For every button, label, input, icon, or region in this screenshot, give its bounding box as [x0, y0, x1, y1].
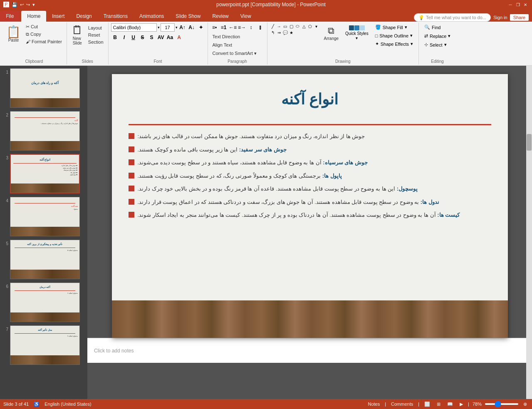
arrange-button[interactable]: ⧉ Arrange	[321, 23, 342, 43]
tab-review[interactable]: Review	[206, 11, 234, 22]
font-case-button[interactable]: Aa	[166, 33, 174, 42]
font-size-input[interactable]	[161, 23, 175, 32]
tab-home[interactable]: Home	[21, 11, 46, 22]
quick-access-save[interactable]: 💾	[12, 2, 17, 7]
copy-button[interactable]: ⧉ Copy	[24, 31, 64, 38]
slide-thumb-7[interactable]: 7 مدل تأثیر آکنه محتوای اسلاید ۷	[2, 325, 86, 366]
font-color-button[interactable]: A	[175, 33, 183, 42]
slide-scroll[interactable]: انواع آکنه جوش ها از نظر اندازه، رنگ و م…	[87, 66, 532, 407]
line-spacing-button[interactable]: ↕	[247, 23, 255, 32]
italic-button[interactable]: I	[120, 33, 129, 42]
charspace-button[interactable]: AV	[157, 33, 165, 42]
shape-star[interactable]: ★	[289, 30, 294, 35]
tab-insert[interactable]: Insert	[46, 11, 70, 22]
layout-button[interactable]: Layout	[86, 25, 106, 31]
underline-button[interactable]: U	[129, 33, 138, 42]
shape-more[interactable]: ▾	[314, 23, 319, 29]
select-button[interactable]: ⊹ Select ▾	[421, 41, 453, 49]
bold-button[interactable]: B	[111, 33, 119, 42]
shape-arrow[interactable]: →	[276, 23, 282, 29]
quick-styles-button[interactable]: Quick Styles ▾	[343, 23, 371, 42]
restore-button[interactable]: ❐	[515, 2, 521, 7]
find-button[interactable]: 🔍 Find	[421, 23, 453, 31]
slide-thumb-6[interactable]: 6 آکنه درمان محتوای اسلاید ۶	[2, 282, 86, 323]
paste-button[interactable]: 📋 Paste	[4, 25, 23, 44]
shape-triangle[interactable]: △	[301, 23, 307, 29]
shape-block-arr[interactable]: ⇒	[276, 30, 282, 35]
notes-area[interactable]: Click to add notes	[87, 338, 532, 363]
reading-view-button[interactable]: 📖	[445, 401, 455, 407]
shape-oval[interactable]: ⬭	[295, 23, 301, 29]
bullets-button[interactable]: ≡•	[210, 23, 219, 32]
select-dropdown[interactable]: ▾	[444, 42, 447, 47]
tab-view[interactable]: View	[235, 11, 257, 22]
tab-animations[interactable]: Animations	[134, 11, 170, 22]
minimize-button[interactable]: ─	[507, 2, 514, 7]
vertical-scrollbar[interactable]	[526, 66, 532, 407]
quick-access-redo[interactable]: ↪	[26, 2, 30, 7]
tab-transitions[interactable]: Transitions	[98, 11, 134, 22]
normal-view-button[interactable]: ⬜	[423, 401, 432, 407]
section-button[interactable]: Section	[86, 39, 106, 45]
tab-slideshow[interactable]: Slide Show	[170, 11, 206, 22]
slide-thumb-3[interactable]: 3 انواع آکنه ■ جوش ها از نظر اندازه■ جوش…	[2, 153, 86, 194]
shape-outline-button[interactable]: □ Shape Outline ▾	[372, 32, 416, 40]
clear-format-button[interactable]: ✦	[197, 23, 205, 32]
slide-thumb-2[interactable]: 2 آکنه جوش‌ها از نظر اندازه، رنگ و میزان…	[2, 110, 86, 151]
font-size-dropdown[interactable]: ▾	[176, 25, 178, 30]
slideshow-button[interactable]: ▶	[458, 401, 465, 407]
align-text-button[interactable]: Align Text	[210, 42, 235, 48]
zoom-slider[interactable]	[485, 403, 518, 405]
font-name-dropdown[interactable]: ▾	[158, 25, 160, 30]
columns-button[interactable]: ⫿	[256, 23, 265, 32]
decrease-font-button[interactable]: A↓	[188, 23, 196, 32]
replace-dropdown[interactable]: ▾	[448, 33, 450, 39]
comments-button[interactable]: Comments	[389, 401, 415, 407]
font-name-input[interactable]	[111, 23, 157, 32]
shape-callout[interactable]: 💬	[282, 30, 288, 35]
cut-button[interactable]: ✂ Cut	[24, 23, 64, 30]
increase-font-button[interactable]: A↑	[178, 23, 187, 32]
shape-pentagon[interactable]: ⬠	[307, 23, 313, 29]
slide-thumb-4[interactable]: 4 ضد آکنه محتوا...	[2, 196, 86, 237]
paragraph-group: ≡• ≡1 ←≡ ≡→ ↕ ⫿ Text Direction Align Tex…	[208, 22, 267, 64]
format-painter-button[interactable]: 🖌 Format Painter	[24, 38, 64, 45]
quick-access-undo[interactable]: ↩	[20, 2, 24, 7]
reset-button[interactable]: Reset	[86, 32, 106, 38]
slide-sorter-button[interactable]: ⊞	[435, 401, 442, 407]
close-button[interactable]: ✕	[522, 2, 529, 7]
sign-in-button[interactable]: Sign in	[493, 15, 507, 20]
shape-line[interactable]: ╱	[270, 23, 276, 29]
tell-me-box[interactable]: 💡 Tell me what you want to do...	[414, 13, 491, 22]
strikethrough-button[interactable]: S	[139, 33, 147, 42]
shadow-button[interactable]: S	[148, 33, 156, 42]
scrollbar-thumb[interactable]	[527, 134, 532, 151]
increase-indent-button[interactable]: ≡→	[238, 23, 246, 32]
share-button[interactable]: Share	[510, 14, 529, 21]
decrease-indent-button[interactable]: ←≡	[229, 23, 237, 32]
accessibility-icon: ♿	[34, 402, 40, 407]
notes-button[interactable]: Notes	[366, 401, 381, 407]
quick-styles-dropdown[interactable]: ▾	[356, 36, 358, 40]
slides-group: 🗒 NewSlide Layout Reset Section Slides	[67, 22, 109, 64]
slide-canvas[interactable]: انواع آکنه جوش ها از نظر اندازه، رنگ و م…	[112, 74, 508, 338]
text-direction-button[interactable]: Text Direction	[210, 33, 242, 40]
zoom-fit-button[interactable]: ⊕	[522, 401, 529, 407]
shape-fill-button[interactable]: 🪣 Shape Fill ▾	[372, 23, 416, 31]
fill-dropdown[interactable]: ▾	[405, 25, 407, 30]
outline-dropdown[interactable]: ▾	[410, 33, 413, 38]
shape-rrect[interactable]: ▢	[289, 23, 294, 29]
convert-smartart-button[interactable]: Convert to SmartArt ▾	[210, 50, 259, 57]
shape-curved-arr[interactable]: ↰	[270, 30, 276, 35]
effects-dropdown[interactable]: ▾	[411, 41, 413, 47]
editing-group: 🔍 Find ⇄ Replace ▾ ⊹ Select ▾ Editing	[419, 22, 456, 64]
shape-rect[interactable]: ▭	[282, 23, 288, 29]
tab-file[interactable]: File	[0, 11, 20, 22]
slide-thumb-5[interactable]: 5 تأثیر تغذیه و پیشگیری از بروز آکنه محت…	[2, 239, 86, 280]
replace-button[interactable]: ⇄ Replace ▾	[421, 32, 453, 40]
new-slide-button[interactable]: 🗒 NewSlide	[69, 23, 85, 47]
shape-effects-button[interactable]: ✦ Shape Effects ▾	[372, 40, 416, 48]
slide-thumb-1[interactable]: 1 آکنه و راه های درمان	[2, 67, 86, 109]
tab-design[interactable]: Design	[70, 11, 97, 22]
numbering-button[interactable]: ≡1	[220, 23, 228, 32]
